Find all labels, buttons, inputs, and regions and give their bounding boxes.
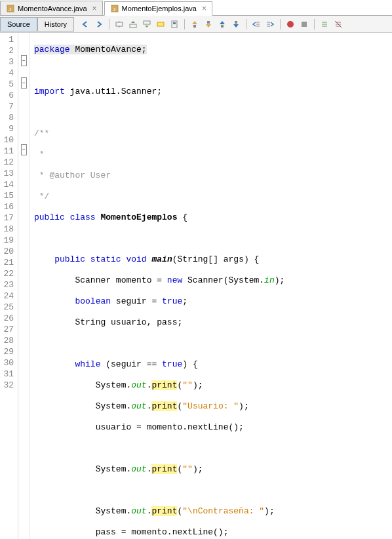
divider [280,19,281,30]
editor-toolbar: Source History [0,16,392,33]
tab-label: MomentoAvance.java [18,5,87,12]
prev-bookmark-icon[interactable] [189,18,201,30]
svg-rect-12 [221,25,224,28]
svg-rect-6 [144,21,150,24]
divider [109,19,109,30]
find-selection-icon[interactable] [113,18,125,30]
svg-rect-21 [302,22,307,27]
shift-left-icon[interactable] [250,18,262,30]
fold-toggle-icon[interactable]: − [21,77,27,89]
find-next-icon[interactable] [141,18,153,30]
close-icon[interactable]: × [202,4,206,13]
toggle-bookmark-icon[interactable] [168,18,180,30]
tab-file-2[interactable]: J MomentoEjemplos.java × [104,1,212,16]
macro-record-icon[interactable] [284,18,296,30]
comment-icon[interactable] [319,18,330,30]
svg-rect-10 [193,25,196,28]
file-tabs: J MomentoAvance.java × J MomentoEjemplos… [0,0,392,16]
svg-rect-4 [116,22,123,26]
tab-history[interactable]: History [37,17,74,31]
svg-rect-11 [207,21,210,24]
uncomment-icon[interactable] [332,18,344,30]
svg-text:J: J [113,7,115,12]
nav-forward-icon[interactable] [93,18,105,30]
toggle-highlight-icon[interactable] [155,18,167,30]
svg-rect-5 [130,24,136,28]
line-gutter: 1234567891011121314151617181920212223242… [0,33,18,539]
divider [184,19,185,30]
nav-back-icon[interactable] [79,18,91,30]
shift-right-icon[interactable] [264,18,276,30]
next-error-icon[interactable] [230,18,242,30]
java-file-icon: J [6,4,15,13]
tab-file-1[interactable]: J MomentoAvance.java × [0,1,103,15]
find-prev-icon[interactable] [127,18,139,30]
close-icon[interactable]: × [92,4,97,13]
tab-label: MomentoEjemplos.java [122,5,197,12]
svg-rect-13 [235,21,237,24]
svg-rect-9 [173,22,176,24]
code-area[interactable]: package MomentoAvance; import java.util.… [30,33,392,539]
fold-toggle-icon[interactable]: − [21,55,27,66]
svg-rect-7 [157,22,164,26]
divider [314,19,315,30]
tab-source[interactable]: Source [0,17,37,31]
next-bookmark-icon[interactable] [203,18,214,30]
code-editor[interactable]: 1234567891011121314151617181920212223242… [0,33,392,539]
svg-text:J: J [9,7,11,12]
macro-stop-icon[interactable] [298,18,310,30]
fold-toggle-icon[interactable]: − [21,144,27,155]
prev-error-icon[interactable] [216,18,228,30]
svg-point-20 [287,21,294,28]
divider [246,19,246,30]
toolbar-buttons [79,18,344,30]
fold-column: −−− [18,33,30,539]
java-file-icon: J [110,4,119,13]
